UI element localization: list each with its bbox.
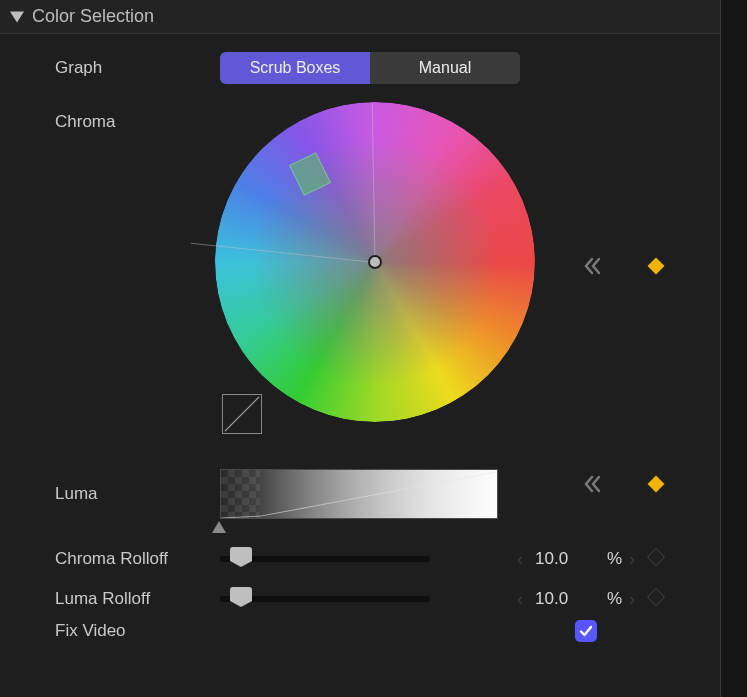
- fix-video-label: Fix Video: [55, 621, 220, 641]
- disclosure-triangle-icon[interactable]: [10, 10, 24, 24]
- luma-rolloff-keyframe-icon[interactable]: [647, 588, 665, 611]
- value-stepper-increase-icon[interactable]: ›: [629, 549, 635, 570]
- luma-rolloff-label: Luma Rolloff: [55, 589, 220, 609]
- svg-rect-2: [648, 476, 665, 493]
- curve-editor-icon[interactable]: [222, 394, 262, 434]
- chroma-wheel[interactable]: [215, 102, 535, 422]
- chroma-rolloff-row: Chroma Rolloff ‹ 10.0 % ›: [55, 549, 690, 569]
- graph-row: Graph Scrub Boxes Manual: [55, 52, 690, 84]
- chroma-rolloff-value[interactable]: 10.0: [535, 549, 568, 569]
- chroma-rolloff-keyframe-icon[interactable]: [647, 548, 665, 571]
- fix-video-row: Fix Video: [55, 621, 690, 641]
- chroma-keyframe-icon[interactable]: [647, 257, 665, 280]
- graph-option-manual[interactable]: Manual: [370, 52, 520, 84]
- section-header[interactable]: Color Selection: [0, 0, 720, 34]
- chroma-wheel-center[interactable]: [368, 255, 382, 269]
- value-stepper-decrease-icon[interactable]: ‹: [517, 549, 523, 570]
- svg-rect-3: [648, 548, 665, 565]
- luma-reset-icon[interactable]: [583, 475, 605, 498]
- section-title: Color Selection: [32, 6, 154, 27]
- slider-thumb[interactable]: [230, 547, 252, 567]
- luma-rolloff-slider[interactable]: [220, 589, 430, 609]
- luma-keyframe-icon[interactable]: [647, 475, 665, 498]
- percent-unit: %: [607, 589, 622, 609]
- graph-option-scrub-boxes[interactable]: Scrub Boxes: [220, 52, 370, 84]
- luma-row: Luma: [55, 459, 690, 529]
- value-stepper-decrease-icon[interactable]: ‹: [517, 589, 523, 610]
- graph-segmented-control[interactable]: Scrub Boxes Manual: [220, 52, 520, 84]
- chroma-reset-icon[interactable]: [583, 257, 605, 280]
- luma-rolloff-row: Luma Rolloff ‹ 10.0 % ›: [55, 589, 690, 609]
- chroma-rolloff-label: Chroma Rolloff: [55, 549, 220, 569]
- fix-video-checkbox[interactable]: [575, 620, 597, 642]
- luma-range-handle[interactable]: [212, 521, 226, 533]
- luma-rolloff-value[interactable]: 10.0: [535, 589, 568, 609]
- svg-rect-1: [648, 258, 665, 275]
- svg-rect-4: [648, 588, 665, 605]
- panel-scroll-region: [720, 0, 747, 697]
- chroma-rolloff-slider[interactable]: [220, 549, 430, 569]
- value-stepper-increase-icon[interactable]: ›: [629, 589, 635, 610]
- chroma-label: Chroma: [55, 102, 220, 132]
- color-selection-panel: Color Selection Graph Scrub Boxes Manual…: [0, 0, 720, 697]
- luma-label: Luma: [55, 484, 220, 504]
- luma-gradient-control[interactable]: [220, 469, 505, 519]
- chroma-row: Chroma: [55, 102, 690, 437]
- svg-marker-0: [10, 11, 24, 22]
- percent-unit: %: [607, 549, 622, 569]
- slider-thumb[interactable]: [230, 587, 252, 607]
- graph-label: Graph: [55, 58, 220, 78]
